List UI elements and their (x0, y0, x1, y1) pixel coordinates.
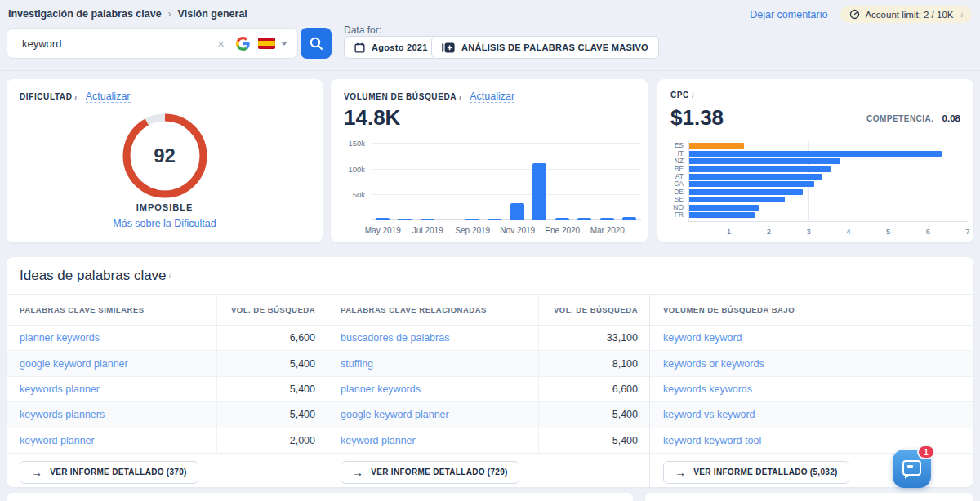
volume-x-labels: May 2019Jul 2019Sep 2019Nov 2019Ene 2020… (372, 226, 641, 236)
keyword-link[interactable]: keywords planners (20, 409, 105, 420)
bulk-analysis-button[interactable]: ANÁLISIS DE PALABRAS CLAVE MASIVO (431, 36, 659, 59)
cpc-bar[interactable] (689, 197, 785, 202)
volume-cell: 5,400 (216, 377, 327, 401)
cpc-row: CA (689, 181, 968, 187)
y-tick-label: 50k (353, 190, 365, 199)
keyword-cell: keyword planner (7, 428, 216, 453)
x-tick-label: Jul 2019 (412, 226, 443, 235)
cpc-bar[interactable] (689, 212, 755, 218)
volume-bar[interactable] (398, 219, 412, 221)
cpc-value: $1.38 (670, 105, 724, 131)
view-report-button-similar[interactable]: → VER INFORME DETALLADO (370) (20, 461, 198, 484)
volume-cell: 5,400 (216, 402, 327, 427)
difficulty-more-link[interactable]: Más sobre la Dificultad (7, 218, 323, 229)
keyword-link[interactable]: keywords planner (20, 384, 100, 395)
keyword-link[interactable]: keyword planner (20, 435, 95, 446)
clear-icon[interactable]: × (217, 38, 225, 50)
cpc-bar[interactable] (689, 174, 822, 180)
keyword-link[interactable]: keywords keywords (663, 384, 752, 395)
breadcrumb: Investigación de palabras clave › Visión… (8, 8, 247, 20)
keyword-research-overview-page: Investigación de palabras clave › Visión… (0, 0, 980, 501)
volume-bar[interactable] (510, 203, 524, 220)
arrow-right-icon: → (31, 467, 42, 478)
x-tick-label: 3 (806, 227, 810, 236)
chat-widget-button[interactable]: 1 (893, 450, 931, 488)
keyword-cell: stuffing (327, 351, 538, 375)
x-tick-label: Ene 2020 (545, 226, 580, 235)
volume-cell: 5,400 (216, 351, 327, 375)
volume-bar[interactable] (466, 219, 479, 221)
keyword-cell: buscadores de palabras (327, 326, 538, 350)
volume-cell: 2,000 (216, 428, 327, 453)
keyword-link[interactable]: stuffing (341, 358, 373, 370)
next-section-card-right (645, 493, 973, 501)
cpc-bar[interactable] (689, 189, 803, 195)
leave-comment-link[interactable]: Dejar comentario (750, 9, 827, 20)
x-tick-label: 7 (965, 227, 969, 236)
cpc-bar[interactable] (689, 158, 840, 164)
arrow-right-icon: → (352, 467, 363, 478)
info-icon (169, 272, 172, 280)
difficulty-level-label: IMPOSIBLE (7, 202, 323, 212)
google-icon[interactable] (236, 37, 250, 51)
keyword-link[interactable]: keyword vs keyword (663, 409, 755, 420)
cpc-bar[interactable] (689, 166, 831, 172)
info-icon (692, 91, 694, 100)
keyword-cell: keyword vs keyword (649, 402, 973, 427)
keyword-cell: keywords planner (7, 377, 216, 401)
x-tick-label: 6 (926, 227, 930, 236)
x-tick-label: 5 (886, 227, 890, 236)
cpc-row: NZ (689, 158, 968, 164)
gridline: 50k (372, 194, 641, 195)
volume-bar[interactable] (555, 218, 569, 220)
difficulty-score: 92 (121, 112, 209, 200)
volume-total: 14.8K (344, 105, 400, 131)
cpc-title: CPC (670, 91, 689, 100)
volume-bar[interactable] (532, 163, 546, 220)
volume-bar[interactable] (622, 217, 636, 220)
country-label: CA (674, 180, 684, 188)
breadcrumb-parent[interactable]: Investigación de palabras clave (8, 8, 162, 20)
x-tick-label: 2 (767, 227, 771, 236)
keyword-link[interactable]: keyword keyword tool (663, 435, 761, 446)
topbar-right: Dejar comentario Account limit: 2 / 10K (750, 6, 972, 23)
volume-bar[interactable] (421, 219, 434, 221)
volume-bar[interactable] (376, 218, 390, 220)
y-tick-label: 150k (348, 139, 365, 148)
keyword-link[interactable]: planner keywords (341, 384, 421, 395)
search-input[interactable] (20, 37, 212, 51)
account-limit-badge[interactable]: Account limit: 2 / 10K (840, 6, 972, 23)
keyword-link[interactable]: keyword keyword (663, 332, 742, 344)
keyword-cell: google keyword planner (7, 351, 216, 375)
volume-title: VOLUMEN DE BÚSQUEDA (344, 92, 457, 101)
date-picker-button[interactable]: Agosto 2021 (344, 36, 439, 59)
search-button[interactable] (301, 28, 332, 59)
cpc-row: NO (689, 205, 968, 211)
volume-cell: 5,400 (538, 428, 649, 453)
spain-flag-icon[interactable] (258, 38, 275, 49)
chevron-down-icon[interactable] (281, 42, 287, 46)
cpc-bar[interactable] (689, 151, 942, 157)
keyword-cell: keyword planner (327, 428, 538, 453)
volume-bar[interactable] (600, 218, 614, 220)
keyword-link[interactable]: keyword planner (341, 435, 416, 446)
volume-refresh-link[interactable]: Actualizar (470, 91, 514, 103)
keyword-link[interactable]: google keyword planner (341, 409, 449, 420)
keyword-cell: keywords or keywords (649, 351, 973, 375)
breadcrumb-current: Visión general (178, 8, 247, 20)
keyword-link[interactable]: keywords or keywords (663, 358, 764, 370)
keyword-link[interactable]: buscadores de palabras (341, 332, 449, 344)
view-report-button-related[interactable]: → VER INFORME DETALLADO (729) (341, 461, 519, 484)
cpc-bar[interactable] (689, 205, 759, 211)
col-header-volume-1: VOL. DE BÚSQUEDA (216, 295, 327, 325)
table-row: keywords planners5,400google keyword pla… (7, 402, 973, 428)
cpc-bar[interactable] (689, 143, 744, 149)
cpc-bar[interactable] (689, 181, 814, 187)
volume-bar[interactable] (577, 218, 591, 220)
volume-bar[interactable] (488, 219, 501, 221)
keyword-link[interactable]: planner keywords (20, 332, 100, 344)
difficulty-refresh-link[interactable]: Actualizar (86, 91, 131, 103)
view-report-button-low-volume[interactable]: → VER INFORME DETALLADO (5,032) (663, 461, 849, 484)
gridline: 150k (372, 143, 641, 144)
keyword-link[interactable]: google keyword planner (20, 358, 128, 370)
